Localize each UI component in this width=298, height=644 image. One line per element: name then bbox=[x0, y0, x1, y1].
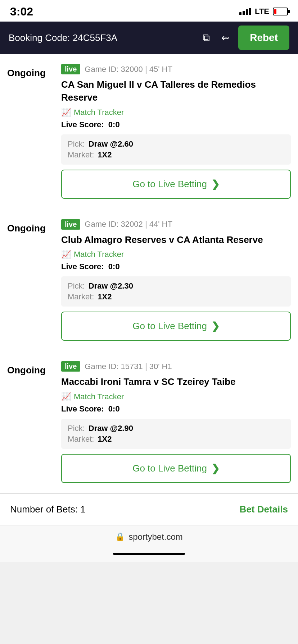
bet-item: Ongoing live Game ID: 32000 | 45' HT CA … bbox=[0, 54, 298, 209]
team-names-1: CA San Miguel II v CA Talleres de Remedi… bbox=[61, 78, 291, 104]
bet-item-2: Ongoing live Game ID: 32002 | 44' HT Clu… bbox=[0, 209, 298, 351]
live-score-label-1: Live Score: bbox=[61, 120, 104, 129]
pick-market-3: Pick: Draw @2.90 Market: 1X2 bbox=[61, 419, 291, 449]
signal-bars-icon bbox=[239, 8, 251, 15]
live-score-label-3: Live Score: bbox=[61, 404, 104, 413]
battery-fill bbox=[274, 9, 276, 14]
rebet-button[interactable]: Rebet bbox=[238, 26, 289, 50]
match-tracker-label-3: Match Tracker bbox=[74, 392, 124, 401]
team-names-2: Club Almagro Reserves v CA Atlanta Reser… bbox=[61, 233, 291, 246]
pick-value-1: Draw @2.60 bbox=[89, 139, 133, 149]
market-row-1: Market: 1X2 bbox=[68, 150, 284, 160]
chevron-right-icon-2: ❯ bbox=[211, 320, 220, 332]
match-tracker-icon-1: 📈 bbox=[61, 108, 71, 117]
match-tracker-2[interactable]: 📈 Match Tracker bbox=[61, 250, 291, 259]
pick-market-1: Pick: Draw @2.60 Market: 1X2 bbox=[61, 134, 291, 165]
footer: Number of Bets: 1 Bet Details bbox=[0, 493, 298, 525]
bet-status-ongoing-2: Ongoing bbox=[0, 219, 61, 341]
game-id-1: Game ID: 32000 | 45' HT bbox=[85, 65, 172, 74]
live-score-1: Live Score: 0:0 bbox=[61, 120, 291, 129]
url-bar: 🔒 sportybet.com bbox=[0, 525, 298, 548]
bet-details-3: live Game ID: 15731 | 30' H1 Maccabi Iro… bbox=[61, 361, 298, 483]
live-badge-3: live bbox=[61, 361, 80, 372]
match-tracker-icon-2: 📈 bbox=[61, 250, 71, 259]
pick-row-3: Pick: Draw @2.90 bbox=[68, 424, 284, 433]
pick-label-2: Pick: bbox=[68, 281, 85, 291]
status-time: 3:02 bbox=[10, 5, 33, 18]
bet-details-2: live Game ID: 32002 | 44' HT Club Almagr… bbox=[61, 219, 298, 341]
num-bets-label: Number of Bets: 1 bbox=[10, 504, 86, 515]
live-score-value-1: 0:0 bbox=[108, 120, 120, 129]
pick-market-2: Pick: Draw @2.30 Market: 1X2 bbox=[61, 276, 291, 307]
match-tracker-1[interactable]: 📈 Match Tracker bbox=[61, 108, 291, 117]
live-score-value-2: 0:0 bbox=[108, 262, 120, 271]
live-badge-1: live bbox=[61, 64, 80, 74]
content: Ongoing live Game ID: 32000 | 45' HT CA … bbox=[0, 54, 298, 493]
live-score-label-2: Live Score: bbox=[61, 262, 104, 271]
match-tracker-label-1: Match Tracker bbox=[74, 108, 124, 117]
go-live-text-3: Go to Live Betting bbox=[132, 463, 207, 474]
market-label-1: Market: bbox=[68, 150, 94, 160]
game-id-3: Game ID: 15731 | 30' H1 bbox=[85, 362, 172, 371]
go-live-text-1: Go to Live Betting bbox=[132, 179, 207, 190]
share-icon[interactable]: ⇜ bbox=[218, 29, 232, 47]
pick-row-1: Pick: Draw @2.60 bbox=[68, 139, 284, 149]
go-live-button-1[interactable]: Go to Live Betting ❯ bbox=[61, 170, 291, 199]
bet-details-1: live Game ID: 32000 | 45' HT CA San Migu… bbox=[61, 64, 298, 199]
bet-item-3: Ongoing live Game ID: 15731 | 30' H1 Mac… bbox=[0, 351, 298, 493]
market-value-2: 1X2 bbox=[98, 292, 112, 302]
chevron-right-icon-1: ❯ bbox=[211, 178, 220, 190]
market-row-3: Market: 1X2 bbox=[68, 434, 284, 444]
bet-details-link[interactable]: Bet Details bbox=[240, 504, 288, 515]
market-label-3: Market: bbox=[68, 434, 94, 444]
header: Booking Code: 24C55F3A ⧉ ⇜ Rebet bbox=[0, 22, 298, 54]
lock-icon: 🔒 bbox=[115, 532, 125, 542]
go-live-button-2[interactable]: Go to Live Betting ❯ bbox=[61, 312, 291, 341]
pick-value-3: Draw @2.90 bbox=[89, 424, 133, 433]
match-tracker-3[interactable]: 📈 Match Tracker bbox=[61, 392, 291, 401]
live-score-value-3: 0:0 bbox=[108, 404, 120, 413]
pick-value-2: Draw @2.30 bbox=[89, 281, 133, 291]
lte-label: LTE bbox=[255, 7, 269, 16]
game-id-2: Game ID: 32002 | 44' HT bbox=[85, 220, 172, 229]
go-live-button-3[interactable]: Go to Live Betting ❯ bbox=[61, 454, 291, 483]
pick-label-3: Pick: bbox=[68, 424, 85, 433]
battery-icon bbox=[273, 8, 288, 15]
live-score-3: Live Score: 0:0 bbox=[61, 404, 291, 414]
live-badge-2: live bbox=[61, 219, 80, 230]
status-bar: 3:02 LTE bbox=[0, 0, 298, 22]
team-names-3: Maccabi Ironi Tamra v SC Tzeirey Taibe bbox=[61, 375, 291, 388]
bet-status-ongoing: Ongoing bbox=[0, 64, 61, 199]
match-tracker-label-2: Match Tracker bbox=[74, 250, 124, 259]
bet-status-ongoing-3: Ongoing bbox=[0, 361, 61, 483]
match-tracker-icon-3: 📈 bbox=[61, 392, 71, 401]
home-indicator bbox=[0, 548, 298, 562]
market-value-1: 1X2 bbox=[98, 150, 112, 160]
game-header-3: live Game ID: 15731 | 30' H1 bbox=[61, 361, 291, 372]
market-label-2: Market: bbox=[68, 292, 94, 302]
copy-icon[interactable]: ⧉ bbox=[200, 29, 213, 47]
url-text: sportybet.com bbox=[128, 532, 183, 542]
market-value-3: 1X2 bbox=[98, 434, 112, 444]
chevron-right-icon-3: ❯ bbox=[211, 463, 220, 474]
home-bar bbox=[113, 553, 185, 555]
market-row-2: Market: 1X2 bbox=[68, 292, 284, 302]
game-header-1: live Game ID: 32000 | 45' HT bbox=[61, 64, 291, 74]
pick-row-2: Pick: Draw @2.30 bbox=[68, 281, 284, 291]
booking-code-text: Booking Code: 24C55F3A bbox=[9, 32, 194, 43]
pick-label-1: Pick: bbox=[68, 139, 85, 149]
status-icons: LTE bbox=[239, 7, 288, 16]
game-header-2: live Game ID: 32002 | 44' HT bbox=[61, 219, 291, 230]
live-score-2: Live Score: 0:0 bbox=[61, 262, 291, 271]
go-live-text-2: Go to Live Betting bbox=[132, 321, 207, 332]
